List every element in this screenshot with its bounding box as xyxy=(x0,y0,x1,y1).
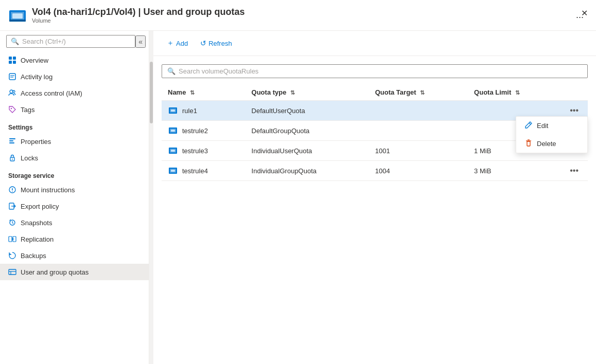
row-more-button[interactable]: ••• xyxy=(567,165,582,176)
sidebar-item-backups[interactable]: Backups xyxy=(0,247,149,264)
row-quota-limit: 3 MiB xyxy=(468,161,560,181)
activity-log-icon xyxy=(8,72,16,81)
sidebar-item-access-control[interactable]: Access control (IAM) xyxy=(0,85,149,101)
sidebar-item-mount-instructions[interactable]: Mount instructions xyxy=(0,181,149,198)
sidebar-scrollbar-thumb xyxy=(150,62,153,123)
table-row[interactable]: rule1 DefaultUserQuota ••• xyxy=(162,101,588,121)
context-menu: Edit Delete xyxy=(516,116,588,153)
page-header: Vol4 (na-hari1/cp1/Vol4) | User and grou… xyxy=(0,0,596,31)
svg-rect-5 xyxy=(13,57,16,60)
svg-rect-45 xyxy=(171,170,175,172)
toolbar: ＋ Add ↺ Refresh xyxy=(153,31,596,56)
add-button[interactable]: ＋ Add xyxy=(162,36,193,50)
svg-rect-25 xyxy=(9,236,12,242)
context-menu-delete[interactable]: Delete xyxy=(516,135,587,153)
tags-icon xyxy=(8,105,16,114)
col-quota-target[interactable]: Quota Target ⇅ xyxy=(369,84,468,101)
page-title: Vol4 (na-hari1/cp1/Vol4) | User and grou… xyxy=(32,7,566,17)
sidebar-item-export-policy[interactable]: Export policy xyxy=(0,198,149,214)
table-search-icon: 🔍 xyxy=(167,67,176,75)
volume-icon xyxy=(8,6,27,25)
sidebar-search-row: 🔍 « xyxy=(0,31,149,52)
row-name: testrule4 xyxy=(182,167,208,175)
col-name[interactable]: Name ⇅ xyxy=(162,84,246,101)
sidebar-item-activity-log-label: Activity log xyxy=(21,73,52,81)
page-subtitle: Volume xyxy=(32,17,566,24)
edit-icon xyxy=(524,121,533,131)
sidebar-scrollbar[interactable] xyxy=(149,31,153,364)
table-row[interactable]: testrule4 IndividualGroupQuota 1004 3 Mi… xyxy=(162,161,588,181)
svg-rect-39 xyxy=(171,130,175,132)
add-button-label: Add xyxy=(176,40,188,47)
context-menu-edit-label: Edit xyxy=(537,122,548,130)
sidebar-item-activity-log[interactable]: Activity log xyxy=(0,68,149,85)
sidebar-search-input[interactable] xyxy=(22,38,131,45)
body: 🔍 « Overview Activity log xyxy=(0,31,596,364)
svg-point-11 xyxy=(10,90,13,93)
sidebar-item-tags[interactable]: Tags xyxy=(0,101,149,118)
sidebar-item-snapshots-label: Snapshots xyxy=(21,219,52,227)
sidebar-item-locks[interactable]: Locks xyxy=(0,150,149,166)
svg-rect-2 xyxy=(12,13,23,19)
table-search-input[interactable] xyxy=(179,67,582,75)
col-quota-limit[interactable]: Quota Limit ⇅ xyxy=(468,84,560,101)
row-volume-icon xyxy=(168,105,178,116)
context-menu-delete-label: Delete xyxy=(537,140,556,148)
table-search-box[interactable]: 🔍 xyxy=(162,64,588,78)
svg-rect-4 xyxy=(9,57,12,60)
row-quota-target xyxy=(369,121,468,141)
refresh-button-label: Refresh xyxy=(208,40,232,47)
name-sort-icon: ⇅ xyxy=(190,89,195,96)
row-quota-type: IndividualGroupQuota xyxy=(246,161,369,181)
svg-point-18 xyxy=(12,159,13,160)
sidebar-item-replication[interactable]: Replication xyxy=(0,231,149,247)
svg-point-21 xyxy=(12,191,13,192)
svg-rect-27 xyxy=(9,269,16,275)
svg-rect-8 xyxy=(9,74,15,80)
add-icon: ＋ xyxy=(167,39,174,48)
sidebar-item-replication-label: Replication xyxy=(21,235,54,243)
row-quota-type: DefaultGroupQuota xyxy=(246,121,369,141)
sidebar-item-user-group-quotas[interactable]: User and group quotas xyxy=(0,264,149,280)
quota-limit-sort-icon: ⇅ xyxy=(515,89,520,96)
svg-point-12 xyxy=(13,90,15,93)
sidebar-item-user-group-quotas-label: User and group quotas xyxy=(21,268,89,276)
row-quota-type: DefaultUserQuota xyxy=(246,101,369,121)
sidebar-item-properties[interactable]: Properties xyxy=(0,133,149,150)
col-quota-type[interactable]: Quota type ⇅ xyxy=(246,84,369,101)
mount-instructions-icon xyxy=(8,186,16,194)
settings-section-label: Settings xyxy=(0,118,149,133)
sidebar-item-locks-label: Locks xyxy=(21,154,38,162)
svg-rect-16 xyxy=(9,142,14,143)
context-menu-edit[interactable]: Edit xyxy=(516,117,587,135)
row-volume-icon xyxy=(168,145,178,156)
row-name: rule1 xyxy=(182,107,197,115)
close-button[interactable]: ✕ xyxy=(579,6,590,20)
row-quota-target xyxy=(369,101,468,121)
col-actions xyxy=(560,84,588,101)
sidebar-item-export-policy-label: Export policy xyxy=(21,203,59,210)
svg-rect-6 xyxy=(9,61,12,64)
overview-icon xyxy=(8,56,16,64)
svg-rect-34 xyxy=(527,141,530,146)
access-control-icon xyxy=(8,89,16,97)
row-name-cell: rule1 xyxy=(168,105,239,116)
row-more-button[interactable]: ••• xyxy=(567,105,582,116)
refresh-button[interactable]: ↺ Refresh xyxy=(195,37,237,50)
row-name-cell: testrule3 xyxy=(168,145,239,156)
row-name: testrule2 xyxy=(182,127,208,135)
row-actions-cell: ••• Edit xyxy=(560,101,588,121)
search-icon: 🔍 xyxy=(11,38,19,45)
sidebar-item-snapshots[interactable]: Snapshots xyxy=(0,214,149,231)
sidebar-collapse-button[interactable]: « xyxy=(135,35,146,48)
sidebar: 🔍 « Overview Activity log xyxy=(0,31,149,364)
row-actions-cell: ••• xyxy=(560,161,588,181)
row-name: testrule3 xyxy=(182,147,208,155)
row-quota-type: IndividualUserQuota xyxy=(246,141,369,161)
sidebar-item-access-control-label: Access control (IAM) xyxy=(21,89,82,97)
sidebar-search-box[interactable]: 🔍 xyxy=(6,35,135,48)
svg-line-33 xyxy=(529,123,531,124)
sidebar-item-overview[interactable]: Overview xyxy=(0,52,149,68)
main-content: ＋ Add ↺ Refresh 🔍 Name ⇅ xyxy=(153,31,596,364)
sidebar-item-mount-instructions-label: Mount instructions xyxy=(21,186,75,194)
